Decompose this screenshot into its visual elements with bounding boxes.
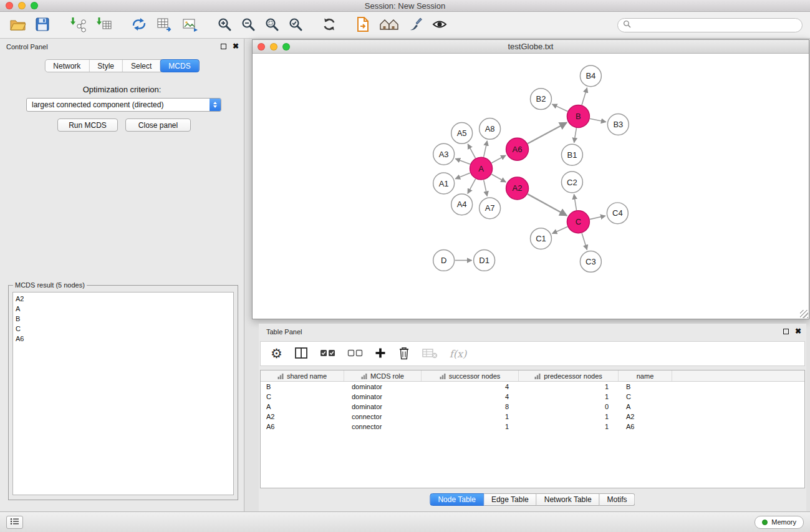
table-cell[interactable]: C — [619, 393, 672, 400]
network-node-D[interactable]: D — [433, 250, 455, 271]
network-node-D1[interactable]: D1 — [474, 250, 495, 271]
optimization-criterion-select[interactable]: largest connected component (directed) — [26, 98, 221, 112]
zoom-fit-button[interactable] — [263, 16, 281, 34]
network-edge-B-B2[interactable] — [552, 104, 568, 111]
table-cell[interactable]: connector — [344, 413, 422, 420]
column-header-name[interactable]: name — [619, 370, 672, 381]
network-node-A7[interactable]: A7 — [480, 198, 501, 219]
network-node-A1[interactable]: A1 — [433, 173, 455, 194]
style-brush-button[interactable] — [406, 16, 425, 34]
network-edge-B-B4[interactable] — [582, 88, 587, 105]
tab-network[interactable]: Network — [45, 60, 89, 72]
run-mcds-button[interactable]: Run MCDS — [57, 118, 118, 132]
close-panel-icon[interactable]: ✖ — [233, 43, 239, 49]
table-cell[interactable]: 0 — [519, 403, 619, 410]
table-cell[interactable]: B — [261, 383, 344, 390]
export-network-button[interactable] — [129, 16, 149, 34]
network-edge-A-A1[interactable] — [455, 173, 470, 178]
search-input[interactable] — [634, 21, 797, 29]
zoom-in-button[interactable] — [215, 16, 234, 34]
import-network-button[interactable] — [67, 16, 88, 35]
table-settings-button[interactable]: ⚙ — [271, 347, 282, 360]
tab-node-table[interactable]: Node Table — [430, 493, 484, 506]
network-edge-A-A5[interactable] — [468, 144, 475, 158]
column-chooser-button[interactable] — [294, 347, 308, 361]
table-row[interactable]: Cdominator41C — [261, 392, 804, 402]
table-cell[interactable]: A — [261, 403, 344, 410]
resize-grip[interactable] — [800, 310, 808, 318]
network-node-A6[interactable]: A6 — [506, 138, 529, 160]
mcds-result-item[interactable]: C — [16, 324, 231, 334]
network-edge-C-C1[interactable] — [552, 226, 567, 233]
table-row[interactable]: A6connector11A6 — [261, 422, 804, 432]
network-canvas[interactable]: B4B2BB3A5A8A6A3B1AC2A1A2A4A7C4CC1DD1C3 — [253, 54, 809, 319]
task-history-button[interactable] — [6, 516, 23, 529]
tab-select[interactable]: Select — [123, 60, 160, 72]
network-node-C3[interactable]: C3 — [580, 251, 601, 273]
table-cell[interactable]: A2 — [619, 413, 672, 420]
network-node-B[interactable]: B — [567, 105, 589, 128]
network-node-C2[interactable]: C2 — [561, 172, 582, 193]
table-cell[interactable]: connector — [344, 423, 422, 430]
network-edge-A-A3[interactable] — [455, 158, 470, 164]
network-edge-A-A7[interactable] — [484, 180, 488, 196]
network-node-C1[interactable]: C1 — [531, 228, 552, 249]
table-cell[interactable]: 1 — [519, 423, 619, 430]
table-float-panel-icon[interactable] — [783, 329, 789, 334]
minimize-window-button[interactable] — [18, 2, 26, 9]
table-cell[interactable]: 1 — [519, 393, 619, 400]
table-cell[interactable]: 1 — [422, 423, 519, 430]
open-session-button[interactable] — [7, 16, 28, 34]
zoom-out-button[interactable] — [239, 16, 258, 34]
unselect-all-button[interactable] — [347, 349, 363, 359]
function-builder-button[interactable]: f(x) — [450, 348, 466, 360]
network-edge-C-C3[interactable] — [582, 233, 587, 250]
network-edge-A-A4[interactable] — [468, 179, 476, 193]
report-button[interactable] — [354, 16, 372, 35]
network-minimize-button[interactable] — [270, 43, 277, 51]
export-image-button[interactable] — [180, 16, 200, 34]
network-close-button[interactable] — [258, 43, 265, 51]
network-zoom-button[interactable] — [282, 43, 290, 51]
network-node-A2[interactable]: A2 — [506, 177, 529, 200]
column-header-shared-name[interactable]: shared name — [261, 370, 344, 381]
memory-button[interactable]: Memory — [755, 516, 804, 529]
zoom-window-button[interactable] — [31, 2, 38, 9]
zoom-selected-button[interactable] — [286, 16, 305, 34]
network-node-B2[interactable]: B2 — [531, 89, 552, 110]
table-cell[interactable]: C — [261, 393, 344, 400]
tab-motifs[interactable]: Motifs — [600, 493, 635, 506]
network-edge-A-A6[interactable] — [491, 155, 506, 163]
tab-mcds[interactable]: MCDS — [160, 59, 199, 72]
table-row[interactable]: Adominator80A — [261, 402, 804, 412]
mcds-result-item[interactable]: A6 — [16, 334, 231, 344]
table-cell[interactable]: A2 — [261, 413, 344, 420]
mcds-result-item[interactable]: A — [16, 304, 231, 314]
table-row[interactable]: Bdominator41B — [261, 382, 804, 392]
network-node-C4[interactable]: C4 — [607, 203, 628, 224]
float-panel-icon[interactable] — [221, 44, 226, 49]
tab-edge-table[interactable]: Edge Table — [484, 493, 537, 506]
column-header-predecessor-nodes[interactable]: predecessor nodes — [519, 370, 619, 381]
close-panel-button[interactable]: Close panel — [125, 118, 191, 132]
network-edge-A2-C[interactable] — [528, 194, 567, 216]
table-cell[interactable]: 1 — [422, 413, 519, 420]
table-close-panel-icon[interactable]: ✖ — [795, 328, 801, 334]
export-table-button[interactable] — [154, 16, 175, 34]
network-edge-C-C4[interactable] — [590, 216, 605, 220]
table-cell[interactable]: 1 — [519, 413, 619, 420]
delete-table-button[interactable] — [422, 347, 438, 360]
network-node-A5[interactable]: A5 — [451, 122, 473, 143]
table-cell[interactable]: A — [619, 403, 672, 410]
network-node-B1[interactable]: B1 — [561, 144, 582, 165]
column-header-successor-nodes[interactable]: successor nodes — [422, 370, 519, 381]
table-cell[interactable]: dominator — [344, 403, 422, 410]
home-button[interactable] — [377, 16, 401, 34]
network-edge-C-C2[interactable] — [574, 195, 577, 210]
tab-network-table[interactable]: Network Table — [537, 493, 600, 506]
network-edge-A-A8[interactable] — [484, 141, 488, 157]
network-edge-B-B1[interactable] — [574, 128, 577, 142]
tab-style[interactable]: Style — [89, 60, 123, 72]
mcds-result-item[interactable]: A2 — [16, 294, 231, 304]
network-edge-B-B3[interactable] — [590, 118, 606, 122]
